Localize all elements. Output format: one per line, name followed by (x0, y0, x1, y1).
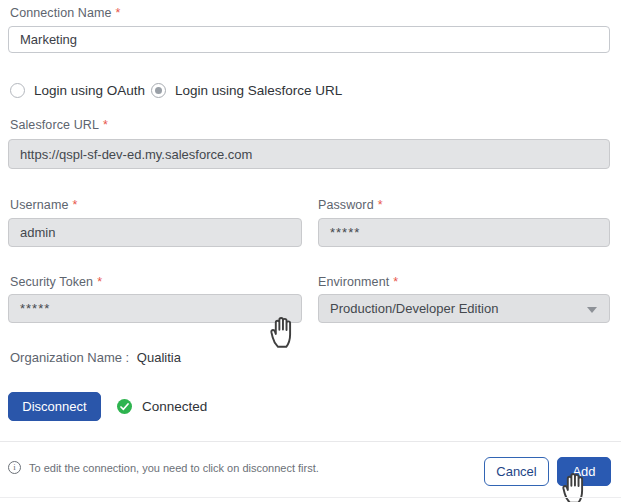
login-salesforce-url-label: Login using Salesforce URL (175, 83, 342, 98)
required-asterisk: * (378, 198, 383, 212)
check-circle-icon (117, 399, 132, 414)
footer-note: To edit the connection, you need to clic… (8, 461, 319, 474)
connection-name-input[interactable]: Marketing (8, 26, 610, 53)
environment-label-text: Environment (318, 275, 389, 289)
environment-label: Environment* (318, 275, 398, 289)
cancel-button[interactable]: Cancel (484, 457, 549, 486)
radio-unselected-icon[interactable] (10, 83, 25, 98)
username-input: admin (8, 218, 302, 247)
connection-dialog: Connection Name* Marketing Login using O… (0, 0, 621, 502)
login-salesforce-url-radio[interactable]: Login using Salesforce URL (151, 83, 342, 98)
environment-select[interactable]: Production/Developer Edition (318, 294, 610, 323)
required-asterisk: * (72, 198, 77, 212)
environment-value: Production/Developer Edition (330, 301, 498, 316)
connection-name-label-text: Connection Name (10, 6, 112, 20)
salesforce-url-label-text: Salesforce URL (10, 118, 99, 132)
bottom-divider (0, 497, 621, 498)
connection-status: Connected (117, 399, 207, 414)
footer-note-text: To edit the connection, you need to clic… (29, 462, 319, 474)
password-label-text: Password (318, 198, 374, 212)
connection-name-label: Connection Name* (10, 6, 121, 20)
login-oauth-radio[interactable]: Login using OAuth (10, 83, 145, 98)
chevron-down-icon (587, 307, 597, 313)
info-icon (8, 461, 21, 474)
required-asterisk: * (116, 6, 121, 20)
security-token-label: Security Token* (10, 275, 102, 289)
radio-selected-icon[interactable] (151, 83, 166, 98)
connection-name-value: Marketing (20, 32, 77, 47)
salesforce-url-label: Salesforce URL* (10, 118, 108, 132)
password-label: Password* (318, 198, 383, 212)
username-label: Username* (10, 198, 77, 212)
footer-divider (0, 441, 621, 442)
login-oauth-label: Login using OAuth (34, 83, 145, 98)
organization-name-label: Organization Name : (10, 350, 129, 365)
required-asterisk: * (97, 275, 102, 289)
status-badge: Connected (142, 399, 207, 414)
add-button[interactable]: Add (557, 457, 611, 486)
required-asterisk: * (103, 118, 108, 132)
cancel-button-label: Cancel (496, 464, 536, 479)
security-token-input: ***** (8, 294, 302, 323)
add-button-label: Add (572, 464, 595, 479)
salesforce-url-value: https://qspl-sf-dev-ed.my.salesforce.com (20, 147, 252, 162)
salesforce-url-input: https://qspl-sf-dev-ed.my.salesforce.com (8, 139, 610, 169)
password-input: ***** (318, 218, 610, 247)
username-value: admin (20, 225, 55, 240)
password-value: ***** (330, 225, 360, 240)
required-asterisk: * (393, 275, 398, 289)
security-token-value: ***** (20, 301, 50, 316)
security-token-label-text: Security Token (10, 275, 93, 289)
organization-name-value: Qualitia (137, 350, 181, 365)
username-label-text: Username (10, 198, 68, 212)
disconnect-button-label: Disconnect (22, 399, 86, 414)
disconnect-button[interactable]: Disconnect (8, 392, 101, 421)
organization-name-line: Organization Name : Qualitia (10, 350, 181, 365)
